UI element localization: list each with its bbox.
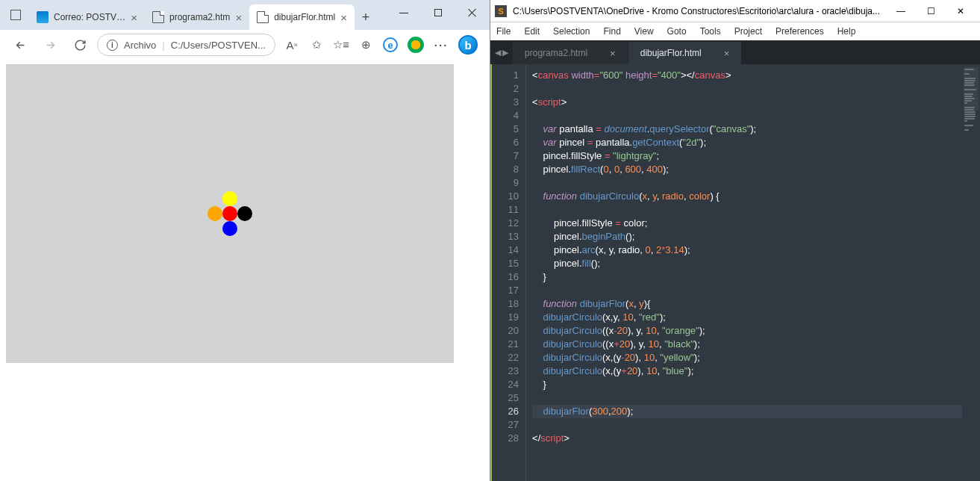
address-bar[interactable]: i Archivo | C:/Users/POSTVEN... bbox=[97, 34, 275, 56]
code-line: dibujarCirculo(x,(y-20), 10, "yellow"); bbox=[532, 351, 962, 364]
tab-label: Correo: POSTVE… bbox=[54, 12, 125, 22]
line-number: 20 bbox=[492, 324, 519, 338]
menu-item-find[interactable]: Find bbox=[603, 26, 620, 37]
editor-tab-close-icon[interactable]: × bbox=[724, 48, 730, 59]
more-menu-icon[interactable]: ··· bbox=[434, 37, 449, 52]
code-line bbox=[532, 418, 962, 432]
code-line: dibujarCirculo(x,y, 10, "red"); bbox=[532, 311, 962, 324]
canvas-circle bbox=[237, 206, 252, 221]
menu-item-preferences[interactable]: Preferences bbox=[775, 26, 824, 37]
editor-tab[interactable]: programa2.html× bbox=[513, 42, 628, 64]
code-line: pincel.fillStyle = color; bbox=[532, 217, 962, 230]
line-number: 22 bbox=[492, 351, 519, 364]
code-line: dibujarFlor(300,200); bbox=[532, 405, 962, 418]
line-number: 18 bbox=[492, 297, 519, 311]
line-number: 4 bbox=[492, 109, 519, 122]
read-aloud-icon[interactable]: A» bbox=[284, 37, 299, 52]
code-line bbox=[532, 391, 962, 405]
line-number: 16 bbox=[492, 270, 519, 284]
editor-close-button[interactable]: ✕ bbox=[946, 6, 976, 16]
menu-item-tools[interactable]: Tools bbox=[700, 26, 721, 37]
code-line bbox=[532, 203, 962, 217]
code-line: pincel.beginPath(); bbox=[532, 230, 962, 243]
browser-tab[interactable]: dibujarFlor.html× bbox=[249, 4, 355, 30]
close-button[interactable] bbox=[455, 0, 490, 25]
line-number: 8 bbox=[492, 163, 519, 176]
editor-tab-label: programa2.html bbox=[525, 48, 587, 58]
back-button[interactable] bbox=[7, 32, 33, 58]
new-tab-button[interactable]: + bbox=[355, 4, 377, 30]
address-path: C:/Users/POSTVEN... bbox=[171, 40, 266, 51]
line-number: 13 bbox=[492, 230, 519, 243]
line-number: 1 bbox=[492, 69, 519, 82]
bing-chat-icon[interactable]: b bbox=[458, 35, 478, 55]
menu-item-selection[interactable]: Selection bbox=[553, 26, 590, 37]
editor-tab[interactable]: dibujarFlor.html× bbox=[628, 42, 742, 64]
code-line: pincel.fill(); bbox=[532, 257, 962, 270]
editor-tab-close-icon[interactable]: × bbox=[610, 48, 616, 59]
tab-scroll-arrows[interactable]: ◀▶ bbox=[490, 40, 513, 64]
canvas-circle bbox=[222, 206, 237, 221]
code-line: } bbox=[532, 378, 962, 391]
sublime-app-icon: S bbox=[495, 5, 507, 17]
editor-maximize-button[interactable]: ☐ bbox=[916, 6, 946, 16]
edge-browser-window: Correo: POSTVE…×programa2.htm×dibujarFlo… bbox=[0, 0, 490, 481]
editor-title: C:\Users\POSTVENTA\OneDrive - Kromo Cons… bbox=[513, 6, 880, 16]
menu-item-help[interactable]: Help bbox=[837, 26, 856, 37]
favorite-icon[interactable]: ✩ bbox=[309, 37, 324, 52]
line-number: 6 bbox=[492, 136, 519, 149]
code-line: </script> bbox=[532, 432, 962, 445]
line-gutter: 1234567891011121314151617181920212223242… bbox=[490, 64, 526, 481]
line-number: 12 bbox=[492, 217, 519, 230]
browser-tabstrip: Correo: POSTVE…×programa2.htm×dibujarFlo… bbox=[0, 0, 490, 30]
code-line: dibujarCirculo(x,(y+20), 10, "blue"); bbox=[532, 364, 962, 378]
menu-item-edit[interactable]: Edit bbox=[524, 26, 540, 37]
menu-item-file[interactable]: File bbox=[496, 26, 511, 37]
sublime-text-window: S C:\Users\POSTVENTA\OneDrive - Kromo Co… bbox=[490, 0, 980, 481]
doc-favicon bbox=[152, 11, 164, 23]
line-number: 9 bbox=[492, 176, 519, 190]
forward-button[interactable] bbox=[37, 32, 63, 58]
tab-actions-icon[interactable] bbox=[10, 10, 21, 20]
maximize-button[interactable] bbox=[421, 0, 455, 25]
menu-item-project[interactable]: Project bbox=[734, 26, 762, 37]
editor-minimize-button[interactable]: — bbox=[886, 6, 916, 16]
editor-menubar: FileEditSelectionFindViewGotoToolsProjec… bbox=[490, 22, 980, 40]
site-info-icon[interactable]: i bbox=[107, 40, 118, 51]
tab-close-icon[interactable]: × bbox=[131, 11, 137, 24]
code-line: pincel.arc(x, y, radio, 0, 2*3.14); bbox=[532, 243, 962, 257]
canvas-circle bbox=[222, 221, 237, 236]
editor-titlebar: S C:\Users\POSTVENTA\OneDrive - Kromo Co… bbox=[490, 0, 980, 22]
tab-close-icon[interactable]: × bbox=[340, 11, 347, 24]
browser-tab[interactable]: programa2.htm× bbox=[145, 4, 249, 30]
favorites-bar-icon[interactable]: ☆≡ bbox=[334, 37, 349, 52]
menu-item-view[interactable]: View bbox=[634, 26, 654, 37]
collections-icon[interactable]: ⊕ bbox=[358, 37, 373, 52]
line-number: 23 bbox=[492, 364, 519, 378]
refresh-button[interactable] bbox=[67, 32, 93, 58]
line-number: 14 bbox=[492, 243, 519, 257]
line-number: 24 bbox=[492, 378, 519, 391]
browser-toolbar: i Archivo | C:/Users/POSTVEN... A» ✩ ☆≡ … bbox=[0, 30, 490, 60]
code-line: var pincel = pantalla.getContext("2d"); bbox=[532, 136, 962, 149]
code-line: pincel.fillRect(0, 0, 600, 400); bbox=[532, 163, 962, 176]
editor-tab-label: dibujarFlor.html bbox=[640, 48, 702, 58]
line-number: 3 bbox=[492, 96, 519, 109]
code-area[interactable]: <canvas width="600" height="400"></canva… bbox=[526, 64, 962, 481]
code-line: dibujarCirculo((x-20), y, 10, "orange"); bbox=[532, 324, 962, 338]
browser-tab[interactable]: Correo: POSTVE…× bbox=[29, 4, 145, 30]
menu-item-goto[interactable]: Goto bbox=[667, 26, 687, 37]
line-number: 27 bbox=[492, 418, 519, 432]
code-line: <script> bbox=[532, 96, 962, 109]
extension-icon[interactable] bbox=[408, 37, 424, 53]
code-line bbox=[532, 109, 962, 122]
canvas-circle bbox=[207, 206, 222, 221]
minimap[interactable] bbox=[962, 64, 980, 481]
tab-close-icon[interactable]: × bbox=[235, 11, 242, 24]
ie-mode-icon[interactable]: e bbox=[383, 37, 398, 52]
line-number: 28 bbox=[492, 432, 519, 445]
browser-window-controls: — bbox=[387, 0, 490, 25]
outlook-favicon bbox=[37, 11, 49, 23]
code-line: pincel.fillStyle = "lightgray"; bbox=[532, 149, 962, 163]
minimize-button[interactable]: — bbox=[387, 0, 421, 25]
